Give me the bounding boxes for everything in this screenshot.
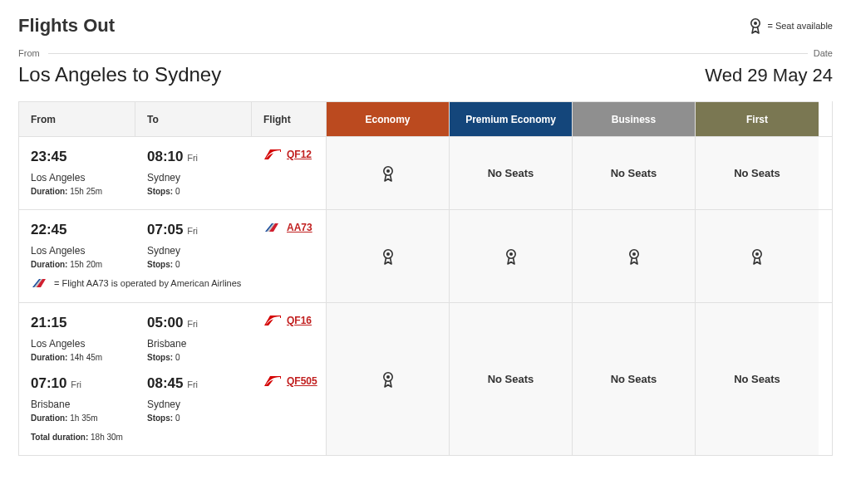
flight-number-link[interactable]: AA73 xyxy=(287,222,312,233)
stops: Stops: 0 xyxy=(147,187,263,196)
page-title: Flights Out xyxy=(18,15,115,37)
flight-number: QF12 xyxy=(263,149,314,160)
col-first[interactable]: First xyxy=(696,101,819,136)
dep-city: Los Angeles xyxy=(31,338,147,350)
route-text: Los Angeles to Sydney xyxy=(18,63,221,86)
duration: Duration: 1h 35m xyxy=(31,413,147,423)
avail-business[interactable] xyxy=(573,210,696,302)
flight-segment: 07:10 FriBrisbaneDuration: 1h 35m08:45 F… xyxy=(31,375,314,423)
flight-details: 22:45Los AngelesDuration: 15h 20m07:05 F… xyxy=(19,210,327,302)
dep-time: 21:15 xyxy=(31,315,147,331)
svg-point-1 xyxy=(754,22,757,25)
col-flight: Flight xyxy=(252,101,327,136)
aa-tail-icon xyxy=(263,222,282,233)
no-seats-text: No Seats xyxy=(611,167,657,179)
award-icon xyxy=(381,248,395,265)
flight-number-link[interactable]: QF12 xyxy=(287,149,312,160)
duration: Duration: 15h 25m xyxy=(31,187,147,196)
award-icon xyxy=(504,248,518,265)
flight-details: 23:45Los AngelesDuration: 15h 25m08:10 F… xyxy=(19,137,327,209)
arr-time: 07:05 Fri xyxy=(147,222,263,238)
qantas-tail-icon xyxy=(263,315,282,326)
flight-row: 21:15Los AngelesDuration: 14h 45m05:00 F… xyxy=(19,302,832,455)
no-seats-text: No Seats xyxy=(734,373,780,385)
flight-number: QF505 xyxy=(263,375,317,387)
arr-time: 08:10 Fri xyxy=(147,149,263,165)
dep-city: Los Angeles xyxy=(31,172,147,183)
svg-point-11 xyxy=(755,252,759,256)
no-seats-text: No Seats xyxy=(611,373,657,385)
avail-economy[interactable] xyxy=(327,303,450,455)
avail-business: No Seats xyxy=(573,303,696,455)
arr-city: Brisbane xyxy=(147,338,263,350)
award-icon xyxy=(381,165,395,182)
dep-time: 07:10 Fri xyxy=(31,375,147,392)
duration: Duration: 15h 20m xyxy=(31,260,147,269)
no-seats-text: No Seats xyxy=(734,167,780,179)
avail-premium: No Seats xyxy=(450,303,573,455)
flight-segment: 23:45Los AngelesDuration: 15h 25m08:10 F… xyxy=(31,149,314,196)
avail-economy[interactable] xyxy=(327,137,450,209)
aa-tail-icon xyxy=(31,277,49,289)
stops: Stops: 0 xyxy=(147,413,263,423)
flights-grid: From To Flight Economy Premium Economy B… xyxy=(18,101,833,456)
flight-row: 23:45Los AngelesDuration: 15h 25m08:10 F… xyxy=(19,136,832,209)
flight-row: 22:45Los AngelesDuration: 15h 20m07:05 F… xyxy=(19,209,832,302)
seat-legend-text: = Seat available xyxy=(767,21,833,31)
flight-details: 21:15Los AngelesDuration: 14h 45m05:00 F… xyxy=(19,303,327,455)
col-from: From xyxy=(19,101,135,136)
stops: Stops: 0 xyxy=(147,353,263,362)
col-to: To xyxy=(135,101,252,136)
avail-economy[interactable] xyxy=(327,210,450,302)
flight-number-link[interactable]: QF505 xyxy=(287,375,317,387)
seat-legend: = Seat available xyxy=(749,17,833,34)
svg-point-5 xyxy=(386,252,390,256)
award-icon xyxy=(627,248,641,265)
no-seats-text: No Seats xyxy=(488,167,534,179)
col-premium[interactable]: Premium Economy xyxy=(450,101,573,136)
arr-city: Sydney xyxy=(147,399,263,410)
avail-first: No Seats xyxy=(696,303,819,455)
operated-by-note: = Flight AA73 is operated by American Ai… xyxy=(31,277,314,289)
flight-number: AA73 xyxy=(263,222,314,233)
total-duration: Total duration: 18h 30m xyxy=(31,433,314,442)
avail-premium: No Seats xyxy=(450,137,573,209)
arr-time: 08:45 Fri xyxy=(147,375,263,392)
arr-time: 05:00 Fri xyxy=(147,315,263,331)
avail-first[interactable] xyxy=(696,210,819,302)
duration: Duration: 14h 45m xyxy=(31,353,147,362)
qantas-tail-icon xyxy=(263,149,282,160)
col-economy[interactable]: Economy xyxy=(327,101,450,136)
svg-point-3 xyxy=(386,169,390,173)
qantas-tail-icon xyxy=(263,375,282,387)
dep-time: 23:45 xyxy=(31,149,147,165)
date-text: Wed 29 May 24 xyxy=(705,65,833,86)
avail-first: No Seats xyxy=(696,137,819,209)
arr-city: Sydney xyxy=(147,245,263,257)
award-icon xyxy=(749,17,762,34)
flight-segment: 22:45Los AngelesDuration: 15h 20m07:05 F… xyxy=(31,222,314,269)
award-icon xyxy=(750,248,764,265)
avail-premium[interactable] xyxy=(450,210,573,302)
dep-city: Los Angeles xyxy=(31,245,147,257)
svg-point-9 xyxy=(632,252,636,256)
col-business[interactable]: Business xyxy=(573,101,696,136)
no-seats-text: No Seats xyxy=(488,373,534,385)
dep-city: Brisbane xyxy=(31,399,147,410)
svg-point-13 xyxy=(386,375,390,379)
flight-segment: 21:15Los AngelesDuration: 14h 45m05:00 F… xyxy=(31,315,314,362)
avail-business: No Seats xyxy=(573,137,696,209)
svg-point-7 xyxy=(509,252,513,256)
dep-time: 22:45 xyxy=(31,222,147,238)
flight-number-link[interactable]: QF16 xyxy=(287,315,312,326)
award-icon xyxy=(381,371,395,388)
from-label: From xyxy=(18,48,43,58)
arr-city: Sydney xyxy=(147,172,263,183)
date-label: Date xyxy=(810,48,833,58)
stops: Stops: 0 xyxy=(147,260,263,269)
flight-number: QF16 xyxy=(263,315,314,326)
